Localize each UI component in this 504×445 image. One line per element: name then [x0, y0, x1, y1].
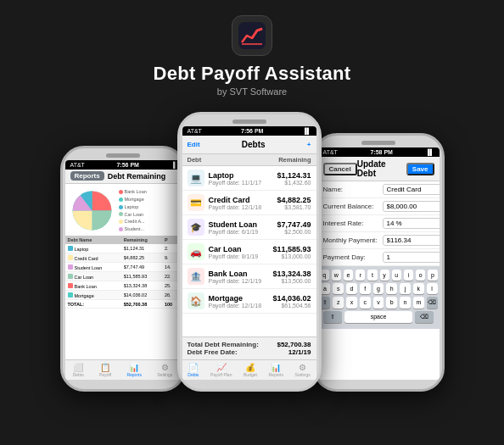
- table-row: Credit Card $4,882.25 9.: [65, 253, 181, 263]
- key-r[interactable]: r: [356, 270, 365, 281]
- debt-icon: 🏠: [188, 292, 204, 309]
- cancel-button[interactable]: Cancel: [323, 163, 357, 175]
- battery-right: ▐▌: [426, 149, 434, 155]
- debt-name: Mortgage: [209, 294, 269, 303]
- tab-budget-center[interactable]: 💰 Budget: [244, 363, 257, 377]
- form-input-3[interactable]: [383, 235, 440, 246]
- debt-amounts: $7,747.49 $2,500.00: [277, 220, 311, 235]
- legend-mortgage: Mortgage: [119, 196, 147, 203]
- debts-icon: ⬜: [73, 363, 83, 371]
- list-item[interactable]: 💳 Credit Card Payoff date: 12/1/18 $4,88…: [182, 191, 316, 215]
- debt-name-cell: Credit Card: [65, 253, 121, 263]
- debt-amounts: $14,036.02 $61,504.56: [272, 294, 311, 309]
- list-item[interactable]: 🎓 Student Loan Payoff date: 6/1/19 $7,74…: [182, 215, 316, 240]
- payoffplan-tab-icon: 📈: [216, 363, 227, 371]
- table-row: Mortgage $14,036.02 26.: [65, 291, 181, 300]
- key-t[interactable]: t: [367, 270, 377, 281]
- tab-reports-center[interactable]: 📊 Reports: [268, 363, 283, 377]
- form-input-0[interactable]: [383, 184, 440, 195]
- list-item[interactable]: 🏦 Bank Loan Payoff date: 12/1/19 $13,324…: [182, 264, 316, 289]
- total-row: TOTAL: $52,700.38 100: [65, 300, 181, 309]
- debt-icon: 💻: [188, 170, 204, 186]
- debt-sub-amount: $13,500.00: [272, 278, 311, 284]
- key-n[interactable]: n: [400, 297, 411, 309]
- list-item[interactable]: 🚗 Car Loan Payoff date: 8/1/19 $11,585.9…: [182, 240, 316, 264]
- svg-rect-0: [238, 22, 266, 49]
- debt-amount: $7,747.49: [277, 220, 311, 229]
- debt-name-cell: Mortgage: [65, 291, 121, 300]
- tab-settings-center[interactable]: ⚙ Settings: [295, 363, 311, 377]
- debt-amount: $4,882.25: [277, 196, 311, 204]
- shift-key[interactable]: ⇧: [323, 311, 342, 323]
- key-z[interactable]: z: [333, 297, 344, 309]
- debt-payoff: Payoff date: 12/1/19: [209, 278, 269, 284]
- key-j[interactable]: j: [400, 283, 411, 294]
- legend-bank-loan: Bank Loan: [119, 188, 147, 196]
- key-c[interactable]: c: [360, 297, 371, 309]
- key-k[interactable]: k: [413, 283, 424, 294]
- legend-student: Student...: [119, 225, 147, 233]
- tab-payoffplan-center[interactable]: 📈 Payoff Plan: [210, 363, 232, 377]
- key-y[interactable]: y: [380, 270, 389, 281]
- time-center: 7:56 PM: [241, 128, 263, 134]
- form-label-4: Payment Day:: [323, 253, 383, 261]
- nav-bar-right: Cancel Update Debt Save: [318, 157, 440, 181]
- phone-speaker-left: [106, 153, 140, 158]
- debt-name: Bank Loan: [209, 270, 269, 278]
- key-l[interactable]: l: [427, 283, 438, 294]
- status-bar-left: AT&T 7:56 PM ▐: [65, 160, 181, 170]
- delete-key[interactable]: ⌫: [415, 311, 434, 323]
- keyboard-row-2: asdfghjkl: [320, 283, 438, 294]
- key-x[interactable]: x: [346, 297, 357, 309]
- key-g[interactable]: g: [373, 283, 384, 294]
- key-u[interactable]: u: [392, 270, 401, 281]
- key-h[interactable]: h: [386, 283, 397, 294]
- delete-key-inline[interactable]: ⌫: [427, 297, 438, 309]
- debt-sub-amount: $3,581.70: [277, 204, 311, 210]
- debt-amounts: $1,124.31 $1,432.60: [277, 171, 311, 186]
- list-col-debt: Debt: [188, 156, 202, 164]
- save-button[interactable]: Save: [406, 163, 434, 175]
- add-debt-button[interactable]: +: [307, 141, 311, 148]
- key-o[interactable]: o: [416, 270, 425, 281]
- tab-settings-left[interactable]: ⚙ Settings: [157, 363, 172, 377]
- app-icon: [232, 15, 272, 56]
- debt-name: Student Loan: [209, 220, 273, 229]
- key-b[interactable]: b: [386, 297, 397, 309]
- form-input-4[interactable]: [383, 252, 440, 263]
- table-row: Student Loan $7,747.49 14.: [65, 263, 181, 272]
- chart-area: Bank Loan Mortgage Laptop Car Loan Credi…: [65, 184, 181, 236]
- update-debt-form: Name: ✕ Current Balance: Interest Rate: …: [318, 181, 440, 266]
- key-i[interactable]: i: [404, 270, 413, 281]
- tab-debts-center[interactable]: 📄 Debts: [188, 363, 199, 377]
- key-f[interactable]: f: [360, 283, 371, 294]
- form-row: Payment Day: ℹ🖼: [318, 249, 440, 266]
- list-item[interactable]: 🏠 Mortgage Payoff date: 12/1/18 $14,036.…: [182, 289, 316, 314]
- debt-payoff: Payoff date: 12/1/18: [209, 204, 273, 210]
- tab-debts-left[interactable]: ⬜ Debts: [73, 363, 84, 377]
- debt-icon: 🎓: [188, 219, 204, 236]
- tab-reports-left[interactable]: 📊 Reports: [126, 363, 142, 377]
- carrier-center: AT&T: [188, 128, 202, 134]
- key-m[interactable]: m: [413, 297, 424, 309]
- phones-container: AT&T 7:56 PM ▐ Reports Debt Remaining: [43, 112, 462, 392]
- key-s[interactable]: s: [333, 283, 344, 294]
- key-e[interactable]: e: [344, 270, 353, 281]
- edit-button[interactable]: Edit: [188, 141, 200, 148]
- debt-sub-amount: $1,432.60: [277, 180, 311, 186]
- space-key[interactable]: space: [344, 311, 412, 323]
- key-v[interactable]: v: [373, 297, 384, 309]
- form-input-1[interactable]: [383, 201, 440, 212]
- form-input-2[interactable]: [383, 218, 440, 229]
- key-w[interactable]: w: [332, 270, 341, 281]
- key-p[interactable]: p: [428, 270, 437, 281]
- form-row: Current Balance:: [318, 198, 440, 215]
- debts-tab-icon: 📄: [188, 363, 199, 371]
- key-d[interactable]: d: [346, 283, 357, 294]
- tab-payoff-left[interactable]: 📋 Payoff: [99, 363, 111, 377]
- pie-chart: [69, 187, 115, 234]
- payoff-icon: 📋: [100, 363, 110, 371]
- reports-button[interactable]: Reports: [70, 171, 104, 181]
- list-item[interactable]: 💻 Laptop Payoff date: 11/1/17 $1,124.31 …: [182, 166, 316, 191]
- carrier-left: AT&T: [70, 162, 85, 168]
